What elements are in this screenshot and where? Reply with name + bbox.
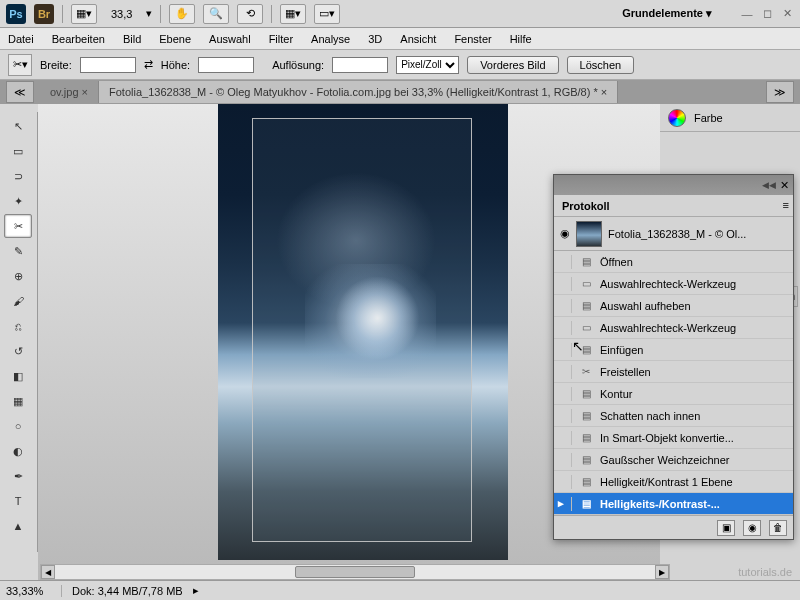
view-mode-button[interactable]: ▦▾ — [71, 4, 97, 24]
dodge-tool[interactable]: ◐ — [4, 439, 32, 463]
history-item[interactable]: ▤Helligkeit/Kontrast 1 Ebene — [554, 471, 793, 493]
blur-tool[interactable]: ○ — [4, 414, 32, 438]
healing-brush-tool[interactable]: ⊕ — [4, 264, 32, 288]
path-select-tool[interactable]: ▲ — [4, 514, 32, 538]
photoshop-icon[interactable]: Ps — [6, 4, 26, 24]
rotate-view-icon[interactable]: ⟲ — [237, 4, 263, 24]
history-tab-label: Protokoll — [562, 200, 610, 212]
move-tool[interactable]: ↖ — [4, 114, 32, 138]
pen-tool[interactable]: ✒ — [4, 464, 32, 488]
scroll-thumb[interactable] — [295, 566, 415, 578]
document-tab-2[interactable]: Fotolia_1362838_M - © Oleg Matyukhov - F… — [99, 81, 618, 103]
screen-mode-button[interactable]: ▭▾ — [314, 4, 340, 24]
status-dropdown-icon[interactable]: ▸ — [193, 584, 199, 597]
bridge-icon[interactable]: Br — [34, 4, 54, 24]
doc-icon: ▤ — [578, 453, 594, 467]
menu-bar: Datei Bearbeiten Bild Ebene Auswahl Filt… — [0, 28, 800, 50]
height-input[interactable] — [198, 57, 254, 73]
lasso-tool[interactable]: ⊃ — [4, 164, 32, 188]
menu-hilfe[interactable]: Hilfe — [510, 33, 532, 45]
options-bar: ✂▾ Breite: ⇄ Höhe: Auflösung: Pixel/Zoll… — [0, 50, 800, 80]
snapshot-brush-icon: ◉ — [560, 227, 570, 240]
magic-wand-tool[interactable]: ✦ — [4, 189, 32, 213]
zoom-display[interactable]: 33,3 — [105, 6, 138, 22]
panel-close-icon[interactable]: ✕ — [780, 179, 789, 192]
scroll-right-icon[interactable]: ▶ — [655, 565, 669, 579]
tab-nav-left[interactable]: ≪ — [6, 81, 34, 103]
delete-state-icon[interactable]: 🗑 — [769, 520, 787, 536]
toolbox: ↖ ▭ ⊃ ✦ ✂ ✎ ⊕ 🖌 ⎌ ↺ ◧ ▦ ○ ◐ ✒ T ▲ — [2, 112, 38, 552]
history-panel-titlebar[interactable]: ◀◀ ✕ — [554, 175, 793, 195]
new-doc-from-state-icon[interactable]: ▣ — [717, 520, 735, 536]
crop-selection[interactable] — [252, 118, 472, 542]
horizontal-scrollbar[interactable]: ◀ ▶ — [40, 564, 670, 580]
history-snapshot-row[interactable]: ◉ Fotolia_1362838_M - © Ol... — [554, 217, 793, 251]
history-tab[interactable]: Protokoll ≡ — [554, 195, 793, 217]
title-bar: Ps Br ▦▾ 33,3▾ ✋ 🔍 ⟲ ▦▾ ▭▾ Grundelemente… — [0, 0, 800, 28]
history-item-selected[interactable]: ▸▤Helligkeits-/Kontrast-... — [554, 493, 793, 515]
close-icon[interactable]: ✕ — [780, 7, 794, 21]
unit-select[interactable]: Pixel/Zoll — [396, 56, 459, 74]
menu-bild[interactable]: Bild — [123, 33, 141, 45]
brush-tool[interactable]: 🖌 — [4, 289, 32, 313]
color-panel[interactable]: Farbe — [660, 104, 800, 132]
crop-preset-icon[interactable]: ✂▾ — [8, 54, 32, 76]
gradient-tool[interactable]: ▦ — [4, 389, 32, 413]
maximize-icon[interactable]: ◻ — [760, 7, 774, 21]
history-item[interactable]: ▤Auswahl aufheben — [554, 295, 793, 317]
menu-filter[interactable]: Filter — [269, 33, 293, 45]
panel-menu-icon[interactable]: ≡ — [783, 199, 789, 211]
status-doc-size[interactable]: Dok: 3,44 MB/7,78 MB — [72, 585, 183, 597]
clone-stamp-tool[interactable]: ⎌ — [4, 314, 32, 338]
menu-bearbeiten[interactable]: Bearbeiten — [52, 33, 105, 45]
menu-auswahl[interactable]: Auswahl — [209, 33, 251, 45]
workspace-selector[interactable]: Grundelemente ▾ — [612, 3, 722, 24]
menu-ansicht[interactable]: Ansicht — [400, 33, 436, 45]
history-brush-tool[interactable]: ↺ — [4, 339, 32, 363]
scroll-left-icon[interactable]: ◀ — [41, 565, 55, 579]
width-input[interactable] — [80, 57, 136, 73]
front-image-button[interactable]: Vorderes Bild — [467, 56, 558, 74]
eyedropper-tool[interactable]: ✎ — [4, 239, 32, 263]
crop-icon: ✂ — [578, 365, 594, 379]
hand-tool-icon[interactable]: ✋ — [169, 4, 195, 24]
history-item[interactable]: ▤Kontur — [554, 383, 793, 405]
doc-icon: ▤ — [578, 299, 594, 313]
history-item[interactable]: ▤In Smart-Objekt konvertie... — [554, 427, 793, 449]
history-item[interactable]: ▤Öffnen — [554, 251, 793, 273]
new-snapshot-icon[interactable]: ◉ — [743, 520, 761, 536]
swap-icon[interactable]: ⇄ — [144, 58, 153, 71]
history-item[interactable]: ▤Gaußscher Weichzeichner — [554, 449, 793, 471]
status-zoom[interactable]: 33,33% — [6, 585, 62, 597]
arrange-docs-button[interactable]: ▦▾ — [280, 4, 306, 24]
height-label: Höhe: — [161, 59, 190, 71]
watermark: tutorials.de — [738, 566, 792, 578]
snapshot-thumbnail — [576, 221, 602, 247]
eraser-tool[interactable]: ◧ — [4, 364, 32, 388]
marquee-tool[interactable]: ▭ — [4, 139, 32, 163]
history-panel[interactable]: ◀◀ ✕ Protokoll ≡ ◉ Fotolia_1362838_M - ©… — [553, 174, 794, 540]
document-tab-1[interactable]: ov.jpg × — [40, 81, 99, 103]
history-item[interactable]: ▭Auswahlrechteck-Werkzeug — [554, 317, 793, 339]
menu-analyse[interactable]: Analyse — [311, 33, 350, 45]
history-item[interactable]: ▤Einfügen — [554, 339, 793, 361]
history-list[interactable]: ▤Öffnen ▭Auswahlrechteck-Werkzeug ▤Auswa… — [554, 251, 793, 515]
menu-fenster[interactable]: Fenster — [454, 33, 491, 45]
crop-tool[interactable]: ✂ — [4, 214, 32, 238]
collapse-arrows-icon[interactable]: ◀◀ — [762, 180, 776, 190]
type-tool[interactable]: T — [4, 489, 32, 513]
resolution-input[interactable] — [332, 57, 388, 73]
menu-datei[interactable]: Datei — [8, 33, 34, 45]
minimize-icon[interactable]: — — [740, 7, 754, 21]
zoom-tool-icon[interactable]: 🔍 — [203, 4, 229, 24]
history-item[interactable]: ✂Freistellen — [554, 361, 793, 383]
history-footer: ▣ ◉ 🗑 — [554, 515, 793, 539]
menu-3d[interactable]: 3D — [368, 33, 382, 45]
history-item[interactable]: ▭Auswahlrechteck-Werkzeug — [554, 273, 793, 295]
doc-icon: ▤ — [578, 409, 594, 423]
menu-ebene[interactable]: Ebene — [159, 33, 191, 45]
tab-nav-right[interactable]: ≫ — [766, 81, 794, 103]
doc-icon: ▤ — [578, 343, 594, 357]
history-item[interactable]: ▤Schatten nach innen — [554, 405, 793, 427]
clear-button[interactable]: Löschen — [567, 56, 635, 74]
